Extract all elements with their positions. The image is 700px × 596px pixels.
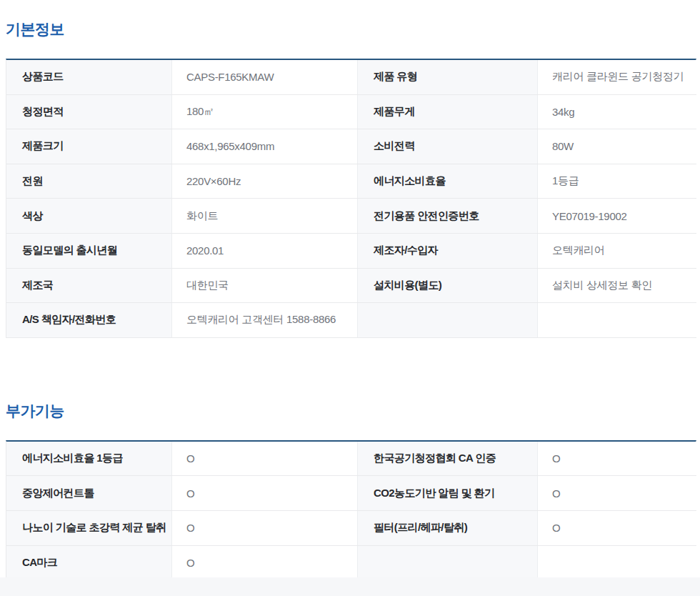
table-row: 동일모델의 출시년월 2020.01 제조자/수입자 오텍캐리어 <box>6 234 696 269</box>
spec-label-empty <box>358 546 538 580</box>
spec-value: 34kg <box>538 95 697 129</box>
spec-label: 소비전력 <box>358 129 538 164</box>
spec-value: 캐리어 클라윈드 공기청정기 <box>538 60 697 94</box>
table-row: 전원 220V×60Hz 에너지소비효율 1등급 <box>6 164 696 199</box>
table-row: 제조국 대한민국 설치비용(별도) 설치비 상세정보 확인 <box>6 269 696 304</box>
spec-value: O <box>538 442 697 476</box>
spec-value: O <box>172 476 358 510</box>
spec-value: O <box>538 511 697 545</box>
table-row: 에너지소비효율 1등급 O 한국공기청정협회 CA 인증 O <box>6 442 696 477</box>
spec-label: CO2농도기반 알림 및 환기 <box>358 476 538 510</box>
spec-label: 제조국 <box>6 269 172 303</box>
spec-label: 전기용품 안전인증번호 <box>358 199 538 233</box>
spec-label: A/S 책임자/전화번호 <box>6 303 172 337</box>
spec-value: CAPS-F165KMAW <box>172 60 358 94</box>
page-footer-strip <box>0 577 700 596</box>
spec-value: 220V×60Hz <box>172 164 358 199</box>
table-row: 청정면적 180㎡ 제품무게 34kg <box>6 95 696 130</box>
spec-label: 전원 <box>6 164 172 199</box>
spec-label: 필터(프리/헤파/탈취) <box>358 511 538 545</box>
spec-label: 색상 <box>6 199 172 233</box>
table-row: 색상 화이트 전기용품 안전인증번호 YE07019-19002 <box>6 199 696 234</box>
spec-label: 제품크기 <box>6 129 172 164</box>
spec-value: 180㎡ <box>172 95 358 129</box>
spec-label: 동일모델의 출시년월 <box>6 234 172 268</box>
product-spec-page: 기본정보 상품코드 CAPS-F165KMAW 제품 유형 캐리어 클라윈드 공… <box>0 0 700 596</box>
spec-value: 화이트 <box>172 199 358 233</box>
table-row: 나노이 기술로 초강력 제균 탈취 O 필터(프리/헤파/탈취) O <box>6 511 696 546</box>
table-row: 상품코드 CAPS-F165KMAW 제품 유형 캐리어 클라윈드 공기청정기 <box>6 60 696 95</box>
spec-value: O <box>538 476 697 510</box>
spec-label: 제조자/수입자 <box>358 234 538 268</box>
spec-value: 대한민국 <box>172 269 358 303</box>
spec-value: YE07019-19002 <box>538 199 697 233</box>
spec-value: 오텍캐리어 <box>538 234 697 268</box>
install-cost-details-link[interactable]: 설치비 상세정보 확인 <box>538 269 697 303</box>
spec-label: 나노이 기술로 초강력 제균 탈취 <box>6 511 172 545</box>
spec-value: 오텍캐리어 고객센터 1588-8866 <box>172 303 358 337</box>
table-row: CA마크 O <box>6 546 696 581</box>
spec-label: 상품코드 <box>6 60 172 94</box>
spec-label: 제품 유형 <box>358 60 538 94</box>
table-row: A/S 책임자/전화번호 오텍캐리어 고객센터 1588-8866 <box>6 303 696 338</box>
spec-value: O <box>172 546 358 580</box>
spec-value: 2020.01 <box>172 234 358 268</box>
table-row: 중앙제어컨트톨 O CO2농도기반 알림 및 환기 O <box>6 476 696 511</box>
spec-label: 청정면적 <box>6 95 172 129</box>
spec-label: CA마크 <box>6 546 172 580</box>
spec-value: 1등급 <box>538 164 697 199</box>
spec-label-empty <box>358 303 538 337</box>
spec-label: 제품무게 <box>358 95 538 129</box>
spec-label: 설치비용(별도) <box>358 269 538 303</box>
spec-label: 에너지소비효율 1등급 <box>6 442 172 476</box>
spec-value-empty <box>538 546 697 580</box>
features-table: 에너지소비효율 1등급 O 한국공기청정협회 CA 인증 O 중앙제어컨트톨 O… <box>6 440 696 580</box>
section-title-features: 부가기능 <box>6 338 700 421</box>
spec-label: 한국공기청정협회 CA 인증 <box>358 442 538 476</box>
spec-value: 468x1,965x409mm <box>172 129 358 164</box>
spec-label: 에너지소비효율 <box>358 164 538 199</box>
table-row: 제품크기 468x1,965x409mm 소비전력 80W <box>6 129 696 164</box>
spec-value: O <box>172 442 358 476</box>
basic-info-table: 상품코드 CAPS-F165KMAW 제품 유형 캐리어 클라윈드 공기청정기 … <box>6 59 696 338</box>
spec-value: 80W <box>538 129 697 164</box>
spec-value: O <box>172 511 358 545</box>
spec-label: 중앙제어컨트톨 <box>6 476 172 510</box>
section-title-basic-info: 기본정보 <box>6 0 700 39</box>
spec-value-empty <box>538 303 697 337</box>
